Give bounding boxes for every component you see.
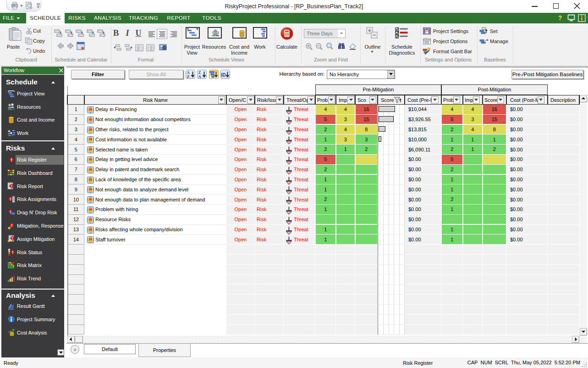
svg-text:ID: ID <box>221 72 226 77</box>
svg-text:Z: Z <box>187 74 190 78</box>
svg-text:A: A <box>198 74 201 78</box>
